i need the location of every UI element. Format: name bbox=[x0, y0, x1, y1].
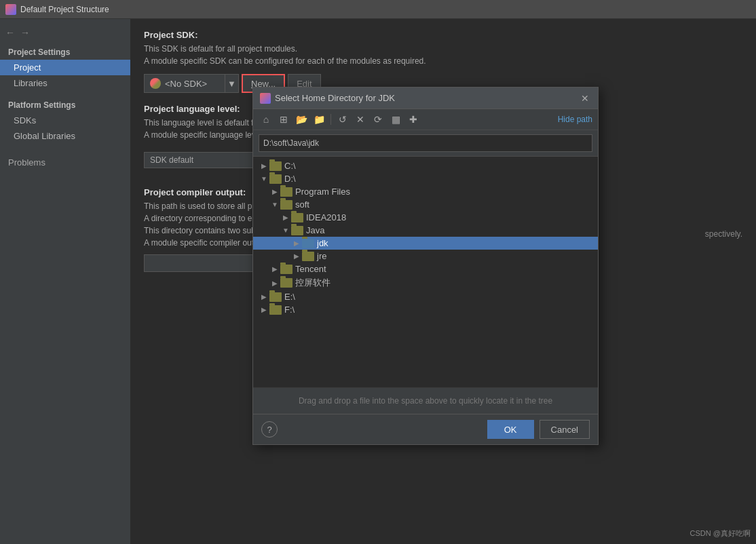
tree-item-jre[interactable]: ▶ jre bbox=[253, 250, 598, 263]
app-icon bbox=[5, 4, 16, 15]
dialog-ok-button[interactable]: OK bbox=[487, 420, 534, 439]
folder-open-icon[interactable]: 📂 bbox=[294, 112, 309, 127]
project-settings-label: Project Settings bbox=[0, 43, 130, 60]
toolbar-separator bbox=[330, 114, 331, 125]
tree-label-jre: jre bbox=[317, 251, 598, 261]
folder-icon-e bbox=[269, 292, 282, 302]
tree-arrow-e: ▶ bbox=[259, 293, 269, 300]
tree-label-tencent: Tencent bbox=[295, 264, 598, 274]
tree-label-pf: Program Files bbox=[295, 187, 598, 197]
nav-back[interactable]: ← bbox=[5, 27, 15, 38]
tree-label-c: C:\ bbox=[284, 161, 598, 171]
folder-icon-idea bbox=[291, 213, 303, 222]
tree-item-soft[interactable]: ▼ soft bbox=[253, 198, 598, 211]
tree-arrow-jre: ▶ bbox=[291, 252, 302, 260]
dialog-title-left: Select Home Directory for JDK bbox=[260, 93, 395, 104]
tree-label-soft: soft bbox=[295, 199, 598, 210]
tree-arrow-tencent: ▶ bbox=[269, 265, 280, 273]
home-icon[interactable]: ⌂ bbox=[259, 112, 273, 127]
content-area: Project SDK: This SDK is default for all… bbox=[130, 19, 756, 544]
platform-settings-label: Platform Settings bbox=[0, 96, 130, 113]
folder-icon-tencent bbox=[280, 265, 292, 274]
sidebar-item-sdks[interactable]: SDKs bbox=[0, 113, 130, 128]
sidebar-item-problems[interactable]: Problems bbox=[0, 155, 130, 170]
folder-icon-c bbox=[269, 161, 282, 171]
app-title: Default Project Structure bbox=[20, 5, 109, 14]
folder-special-icon[interactable]: ▦ bbox=[388, 112, 403, 127]
tree-label-d: D:\ bbox=[284, 174, 598, 184]
tree-item-jdk[interactable]: ▶ jdk bbox=[253, 237, 598, 250]
folder-icon-cs bbox=[280, 278, 292, 288]
sidebar: ← → Project Settings Project Libraries P… bbox=[0, 19, 130, 544]
dialog-help-button[interactable]: ? bbox=[261, 421, 278, 438]
hide-path-button[interactable]: Hide path bbox=[558, 115, 592, 124]
folder-icon-jre bbox=[302, 252, 314, 261]
dialog-titlebar: Select Home Directory for JDK ✕ bbox=[253, 88, 598, 109]
tree-item-idea2018[interactable]: ▶ IDEA2018 bbox=[253, 211, 598, 224]
path-input-row bbox=[253, 130, 598, 157]
folder-icon-pf bbox=[280, 187, 292, 197]
folder-icon-d bbox=[269, 174, 282, 184]
folder-refresh-icon[interactable]: ↺ bbox=[335, 112, 350, 127]
tree-arrow-java: ▼ bbox=[280, 227, 291, 234]
add-icon[interactable]: ✚ bbox=[406, 112, 421, 127]
tree-item-c-drive[interactable]: ▶ C:\ bbox=[253, 159, 598, 172]
jdk-dialog: Select Home Directory for JDK ✕ ⌂ ⊞ 📂 📁 … bbox=[252, 87, 599, 445]
dialog-footer: ? OK Cancel bbox=[253, 414, 598, 444]
tree-arrow-f: ▶ bbox=[259, 306, 269, 313]
drag-drop-hint: Drag and drop a file into the space abov… bbox=[253, 387, 598, 414]
grid-icon[interactable]: ⊞ bbox=[276, 112, 291, 127]
tree-label-java: Java bbox=[306, 225, 598, 235]
tree-arrow-cs: ▶ bbox=[269, 279, 280, 287]
folder-icon-jdk bbox=[302, 239, 314, 248]
dialog-footer-buttons: OK Cancel bbox=[487, 420, 590, 439]
tree-item-e-drive[interactable]: ▶ E:\ bbox=[253, 290, 598, 303]
tree-item-f-drive[interactable]: ▶ F:\ bbox=[253, 303, 598, 316]
path-input[interactable] bbox=[259, 134, 592, 152]
dialog-title-icon bbox=[260, 93, 271, 104]
dialog-toolbar: ⌂ ⊞ 📂 📁 ↺ ✕ ⟳ ▦ ✚ Hide path bbox=[253, 109, 598, 130]
tree-item-program-files[interactable]: ▶ Program Files bbox=[253, 185, 598, 198]
tree-arrow-d: ▼ bbox=[259, 175, 269, 182]
tree-label-jdk: jdk bbox=[317, 238, 598, 248]
dialog-close-button[interactable]: ✕ bbox=[579, 92, 591, 104]
sidebar-item-global-libraries[interactable]: Global Libraries bbox=[0, 128, 130, 144]
folder-icon-soft bbox=[280, 200, 292, 210]
tree-item-d-drive[interactable]: ▼ D:\ bbox=[253, 172, 598, 185]
tree-arrow-idea: ▶ bbox=[280, 214, 291, 221]
tree-arrow-pf: ▶ bbox=[269, 188, 280, 195]
sidebar-item-libraries[interactable]: Libraries bbox=[0, 75, 130, 91]
delete-icon[interactable]: ✕ bbox=[353, 112, 368, 127]
refresh-icon[interactable]: ⟳ bbox=[371, 112, 385, 127]
tree-label-cs: 控屏软件 bbox=[295, 277, 598, 289]
tree-arrow-jdk: ▶ bbox=[291, 239, 302, 247]
file-tree: ▶ C:\ ▼ D:\ ▶ bbox=[253, 157, 598, 387]
tree-item-java[interactable]: ▼ Java bbox=[253, 224, 598, 237]
nav-arrows: ← → bbox=[0, 24, 130, 41]
tree-arrow-c: ▶ bbox=[259, 162, 269, 170]
tree-item-tencent[interactable]: ▶ Tencent bbox=[253, 263, 598, 275]
title-bar: Default Project Structure bbox=[0, 0, 756, 19]
sidebar-item-project[interactable]: Project bbox=[0, 60, 130, 75]
tree-item-control-software[interactable]: ▶ 控屏软件 bbox=[253, 275, 598, 290]
tree-arrow-soft: ▼ bbox=[269, 201, 280, 208]
tree-label-f: F:\ bbox=[284, 305, 598, 315]
nav-forward[interactable]: → bbox=[20, 27, 30, 38]
tree-label-idea: IDEA2018 bbox=[306, 212, 598, 222]
dialog-cancel-button[interactable]: Cancel bbox=[540, 420, 590, 439]
tree-label-e: E:\ bbox=[284, 292, 598, 302]
dialog-overlay: Select Home Directory for JDK ✕ ⌂ ⊞ 📂 📁 … bbox=[130, 19, 756, 544]
folder-icon-java bbox=[291, 226, 303, 235]
folder-new-icon[interactable]: 📁 bbox=[311, 112, 326, 127]
folder-icon-f bbox=[269, 305, 282, 315]
dialog-title-text: Select Home Directory for JDK bbox=[275, 93, 395, 103]
